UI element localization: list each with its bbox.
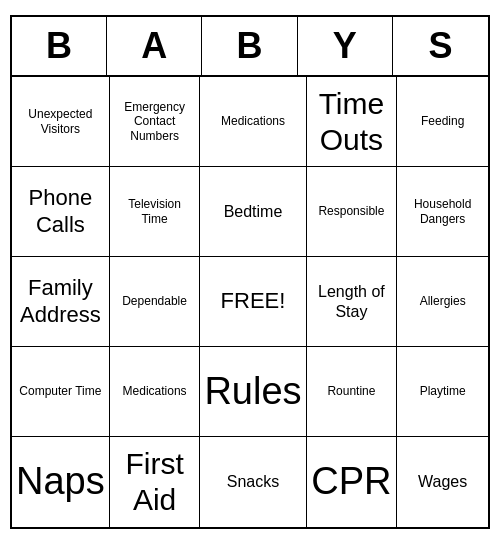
header-row: BABYS: [12, 17, 488, 77]
bingo-cell-9: Household Dangers: [397, 167, 488, 257]
cell-text-18: Rountine: [327, 384, 375, 398]
bingo-cell-17: Rules: [200, 347, 306, 437]
header-letter-b-2: B: [202, 17, 297, 75]
bingo-cell-16: Medications: [110, 347, 201, 437]
cell-text-24: Wages: [418, 472, 467, 491]
bingo-cell-1: Emergency Contact Numbers: [110, 77, 201, 167]
cell-text-14: Allergies: [420, 294, 466, 308]
cell-text-10: Family Address: [16, 275, 105, 328]
bingo-cell-3: Time Outs: [307, 77, 398, 167]
bingo-cell-8: Responsible: [307, 167, 398, 257]
cell-text-5: Phone Calls: [16, 185, 105, 238]
bingo-cell-10: Family Address: [12, 257, 110, 347]
cell-text-7: Bedtime: [224, 202, 283, 221]
bingo-cell-11: Dependable: [110, 257, 201, 347]
cell-text-17: Rules: [204, 369, 301, 415]
cell-text-6: Television Time: [114, 197, 196, 226]
cell-text-16: Medications: [123, 384, 187, 398]
bingo-cell-12: FREE!: [200, 257, 306, 347]
bingo-cell-4: Feeding: [397, 77, 488, 167]
header-letter-s-4: S: [393, 17, 488, 75]
cell-text-21: First Aid: [114, 446, 196, 518]
bingo-cell-18: Rountine: [307, 347, 398, 437]
bingo-cell-21: First Aid: [110, 437, 201, 527]
header-letter-y-3: Y: [298, 17, 393, 75]
cell-text-23: CPR: [311, 459, 391, 505]
bingo-cell-20: Naps: [12, 437, 110, 527]
bingo-cell-5: Phone Calls: [12, 167, 110, 257]
cell-text-9: Household Dangers: [401, 197, 484, 226]
cell-text-22: Snacks: [227, 472, 279, 491]
bingo-cell-22: Snacks: [200, 437, 306, 527]
header-letter-b-0: B: [12, 17, 107, 75]
cell-text-19: Playtime: [420, 384, 466, 398]
cell-text-20: Naps: [16, 459, 105, 505]
bingo-cell-6: Television Time: [110, 167, 201, 257]
bingo-cell-15: Computer Time: [12, 347, 110, 437]
cell-text-1: Emergency Contact Numbers: [114, 100, 196, 143]
bingo-cell-14: Allergies: [397, 257, 488, 347]
bingo-cell-2: Medications: [200, 77, 306, 167]
bingo-cell-24: Wages: [397, 437, 488, 527]
bingo-cell-23: CPR: [307, 437, 398, 527]
bingo-cell-7: Bedtime: [200, 167, 306, 257]
cell-text-4: Feeding: [421, 114, 464, 128]
bingo-cell-13: Length of Stay: [307, 257, 398, 347]
cell-text-8: Responsible: [318, 204, 384, 218]
cell-text-15: Computer Time: [19, 384, 101, 398]
header-letter-a-1: A: [107, 17, 202, 75]
bingo-cell-0: Unexpected Visitors: [12, 77, 110, 167]
cell-text-3: Time Outs: [311, 86, 393, 158]
bingo-cell-19: Playtime: [397, 347, 488, 437]
cell-text-13: Length of Stay: [311, 282, 393, 320]
cell-text-11: Dependable: [122, 294, 187, 308]
cell-text-0: Unexpected Visitors: [16, 107, 105, 136]
bingo-grid: Unexpected VisitorsEmergency Contact Num…: [12, 77, 488, 527]
bingo-card: BABYS Unexpected VisitorsEmergency Conta…: [10, 15, 490, 529]
cell-text-2: Medications: [221, 114, 285, 128]
cell-text-12: FREE!: [221, 288, 286, 314]
